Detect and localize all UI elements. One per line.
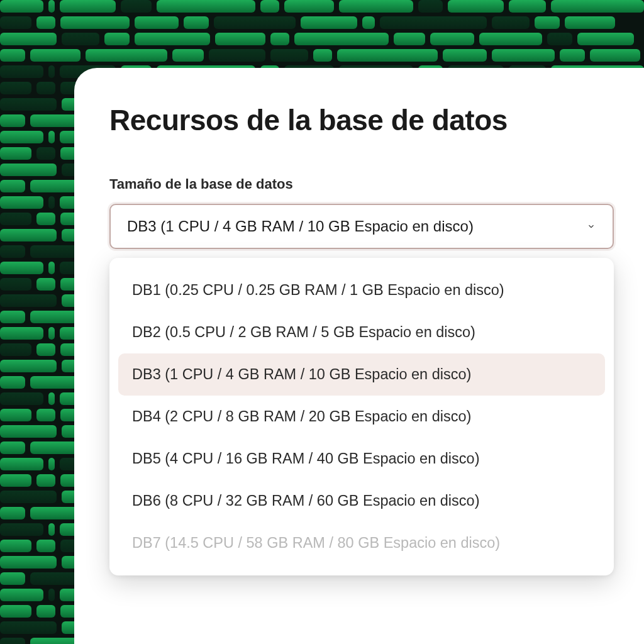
db-size-select[interactable]: DB3 (1 CPU / 4 GB RAM / 10 GB Espacio en… xyxy=(109,204,614,249)
db-size-option[interactable]: DB6 (8 CPU / 32 GB RAM / 60 GB Espacio e… xyxy=(118,480,605,522)
db-size-option[interactable]: DB3 (1 CPU / 4 GB RAM / 10 GB Espacio en… xyxy=(118,353,605,396)
field-label-db-size: Tamaño de la base de datos xyxy=(109,176,614,192)
chevron-down-icon xyxy=(586,221,596,231)
db-size-selected-value: DB3 (1 CPU / 4 GB RAM / 10 GB Espacio en… xyxy=(127,218,474,235)
db-size-option[interactable]: DB5 (4 CPU / 16 GB RAM / 40 GB Espacio e… xyxy=(118,438,605,480)
db-size-option[interactable]: DB4 (2 CPU / 8 GB RAM / 20 GB Espacio en… xyxy=(118,396,605,438)
db-size-option[interactable]: DB1 (0.25 CPU / 0.25 GB RAM / 1 GB Espac… xyxy=(118,269,605,311)
db-size-option[interactable]: DB2 (0.5 CPU / 2 GB RAM / 5 GB Espacio e… xyxy=(118,311,605,353)
db-size-option: DB7 (14.5 CPU / 58 GB RAM / 80 GB Espaci… xyxy=(118,522,605,564)
db-size-dropdown: DB1 (0.25 CPU / 0.25 GB RAM / 1 GB Espac… xyxy=(109,258,614,575)
database-resources-card: Recursos de la base de datos Tamaño de l… xyxy=(74,68,644,644)
card-title: Recursos de la base de datos xyxy=(109,103,614,137)
